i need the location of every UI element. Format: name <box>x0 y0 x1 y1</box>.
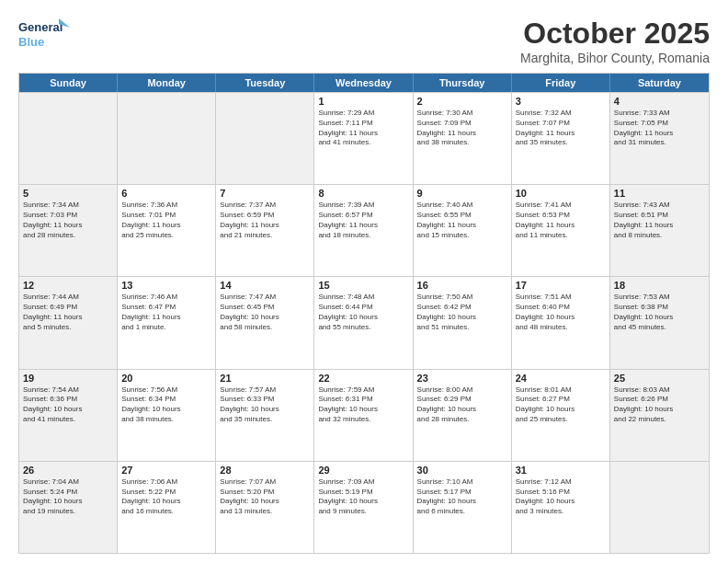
calendar-week-4: 19Sunrise: 7:54 AM Sunset: 6:36 PM Dayli… <box>19 369 709 461</box>
calendar-cell: 19Sunrise: 7:54 AM Sunset: 6:36 PM Dayli… <box>19 370 118 461</box>
location: Marghita, Bihor County, Romania <box>520 51 710 65</box>
calendar-cell: 9Sunrise: 7:40 AM Sunset: 6:55 PM Daylig… <box>414 185 512 276</box>
calendar-week-5: 26Sunrise: 7:04 AM Sunset: 5:24 PM Dayli… <box>19 461 709 553</box>
day-info: Sunrise: 7:53 AM Sunset: 6:38 PM Dayligh… <box>614 293 705 332</box>
calendar-cell: 25Sunrise: 8:03 AM Sunset: 6:26 PM Dayli… <box>610 370 709 461</box>
day-number: 13 <box>121 280 211 291</box>
day-info: Sunrise: 7:12 AM Sunset: 5:16 PM Dayligh… <box>516 477 606 517</box>
month-title: October 2025 <box>520 17 710 51</box>
day-info: Sunrise: 8:01 AM Sunset: 6:27 PM Dayligh… <box>516 385 606 425</box>
day-number: 28 <box>220 465 310 476</box>
calendar-cell: 30Sunrise: 7:10 AM Sunset: 5:17 PM Dayli… <box>414 462 512 553</box>
day-number: 16 <box>417 280 507 291</box>
day-number: 10 <box>516 188 606 199</box>
day-info: Sunrise: 7:30 AM Sunset: 7:09 PM Dayligh… <box>417 109 507 148</box>
calendar-cell: 3Sunrise: 7:32 AM Sunset: 7:07 PM Daylig… <box>512 93 610 184</box>
day-info: Sunrise: 7:07 AM Sunset: 5:20 PM Dayligh… <box>220 477 310 517</box>
day-number: 3 <box>516 96 606 107</box>
day-number: 30 <box>417 465 507 476</box>
calendar-cell: 22Sunrise: 7:59 AM Sunset: 6:31 PM Dayli… <box>314 370 413 461</box>
day-info: Sunrise: 7:06 AM Sunset: 5:22 PM Dayligh… <box>121 477 211 517</box>
calendar-cell: 12Sunrise: 7:44 AM Sunset: 6:49 PM Dayli… <box>19 277 118 368</box>
svg-text:General: General <box>18 20 63 34</box>
calendar-week-3: 12Sunrise: 7:44 AM Sunset: 6:49 PM Dayli… <box>19 276 709 368</box>
calendar-body: 1Sunrise: 7:29 AM Sunset: 7:11 PM Daylig… <box>19 92 709 553</box>
day-number: 4 <box>614 96 705 107</box>
day-number: 14 <box>220 280 310 291</box>
day-number: 17 <box>516 280 606 291</box>
day-number: 31 <box>516 465 606 476</box>
day-number: 25 <box>614 373 705 384</box>
day-info: Sunrise: 7:44 AM Sunset: 6:49 PM Dayligh… <box>23 293 113 332</box>
day-number: 20 <box>121 373 211 384</box>
calendar-cell <box>216 93 314 184</box>
day-info: Sunrise: 7:34 AM Sunset: 7:03 PM Dayligh… <box>23 201 113 240</box>
day-number: 22 <box>318 373 408 384</box>
calendar-header: SundayMondayTuesdayWednesdayThursdayFrid… <box>19 74 709 92</box>
day-number: 8 <box>318 188 408 199</box>
day-number: 23 <box>417 373 507 384</box>
calendar-cell: 7Sunrise: 7:37 AM Sunset: 6:59 PM Daylig… <box>216 185 314 276</box>
day-header-wednesday: Wednesday <box>314 74 413 92</box>
svg-text:Blue: Blue <box>18 35 44 49</box>
day-header-tuesday: Tuesday <box>216 74 314 92</box>
logo-icon: General Blue <box>18 17 74 57</box>
day-info: Sunrise: 7:33 AM Sunset: 7:05 PM Dayligh… <box>614 109 705 148</box>
calendar-cell: 2Sunrise: 7:30 AM Sunset: 7:09 PM Daylig… <box>414 93 512 184</box>
day-info: Sunrise: 7:40 AM Sunset: 6:55 PM Dayligh… <box>417 201 507 240</box>
calendar-cell: 1Sunrise: 7:29 AM Sunset: 7:11 PM Daylig… <box>314 93 413 184</box>
day-number: 15 <box>318 280 408 291</box>
day-info: Sunrise: 8:00 AM Sunset: 6:29 PM Dayligh… <box>417 385 507 425</box>
day-number: 21 <box>220 373 310 384</box>
day-info: Sunrise: 7:41 AM Sunset: 6:53 PM Dayligh… <box>516 201 606 240</box>
calendar-cell: 6Sunrise: 7:36 AM Sunset: 7:01 PM Daylig… <box>118 185 216 276</box>
day-header-monday: Monday <box>118 74 216 92</box>
calendar-cell: 11Sunrise: 7:43 AM Sunset: 6:51 PM Dayli… <box>610 185 709 276</box>
day-info: Sunrise: 7:59 AM Sunset: 6:31 PM Dayligh… <box>318 385 408 425</box>
day-number: 7 <box>220 188 310 199</box>
day-info: Sunrise: 7:48 AM Sunset: 6:44 PM Dayligh… <box>318 293 408 332</box>
day-header-friday: Friday <box>512 74 610 92</box>
day-number: 9 <box>417 188 507 199</box>
calendar-cell: 28Sunrise: 7:07 AM Sunset: 5:20 PM Dayli… <box>216 462 314 553</box>
day-number: 11 <box>614 188 705 199</box>
day-number: 29 <box>318 465 408 476</box>
calendar-cell: 16Sunrise: 7:50 AM Sunset: 6:42 PM Dayli… <box>414 277 512 368</box>
calendar-week-1: 1Sunrise: 7:29 AM Sunset: 7:11 PM Daylig… <box>19 92 709 184</box>
day-info: Sunrise: 7:39 AM Sunset: 6:57 PM Dayligh… <box>318 201 408 240</box>
day-info: Sunrise: 7:43 AM Sunset: 6:51 PM Dayligh… <box>614 201 705 240</box>
calendar-cell: 26Sunrise: 7:04 AM Sunset: 5:24 PM Dayli… <box>19 462 118 553</box>
day-info: Sunrise: 7:57 AM Sunset: 6:33 PM Dayligh… <box>220 385 310 425</box>
page-header: General Blue October 2025 Marghita, Biho… <box>18 17 710 65</box>
day-number: 24 <box>516 373 606 384</box>
calendar-cell: 18Sunrise: 7:53 AM Sunset: 6:38 PM Dayli… <box>610 277 709 368</box>
calendar-cell: 24Sunrise: 8:01 AM Sunset: 6:27 PM Dayli… <box>512 370 610 461</box>
day-header-saturday: Saturday <box>610 74 709 92</box>
day-info: Sunrise: 7:04 AM Sunset: 5:24 PM Dayligh… <box>23 477 113 517</box>
day-info: Sunrise: 7:47 AM Sunset: 6:45 PM Dayligh… <box>220 293 310 332</box>
day-number: 6 <box>121 188 211 199</box>
day-info: Sunrise: 7:10 AM Sunset: 5:17 PM Dayligh… <box>417 477 507 517</box>
day-number: 5 <box>23 188 113 199</box>
calendar-cell: 4Sunrise: 7:33 AM Sunset: 7:05 PM Daylig… <box>610 93 709 184</box>
day-number: 19 <box>23 373 113 384</box>
calendar-week-2: 5Sunrise: 7:34 AM Sunset: 7:03 PM Daylig… <box>19 184 709 276</box>
calendar-cell <box>610 462 709 553</box>
title-block: October 2025 Marghita, Bihor County, Rom… <box>520 17 710 65</box>
day-info: Sunrise: 7:51 AM Sunset: 6:40 PM Dayligh… <box>516 293 606 332</box>
calendar-cell: 8Sunrise: 7:39 AM Sunset: 6:57 PM Daylig… <box>314 185 413 276</box>
day-number: 27 <box>121 465 211 476</box>
calendar: SundayMondayTuesdayWednesdayThursdayFrid… <box>18 73 710 554</box>
calendar-cell: 15Sunrise: 7:48 AM Sunset: 6:44 PM Dayli… <box>314 277 413 368</box>
calendar-cell: 14Sunrise: 7:47 AM Sunset: 6:45 PM Dayli… <box>216 277 314 368</box>
day-info: Sunrise: 7:29 AM Sunset: 7:11 PM Dayligh… <box>318 109 408 148</box>
day-number: 2 <box>417 96 507 107</box>
calendar-cell: 13Sunrise: 7:46 AM Sunset: 6:47 PM Dayli… <box>118 277 216 368</box>
day-info: Sunrise: 7:50 AM Sunset: 6:42 PM Dayligh… <box>417 293 507 332</box>
calendar-cell: 20Sunrise: 7:56 AM Sunset: 6:34 PM Dayli… <box>118 370 216 461</box>
day-info: Sunrise: 7:46 AM Sunset: 6:47 PM Dayligh… <box>121 293 211 332</box>
logo: General Blue <box>18 17 74 57</box>
day-number: 1 <box>318 96 408 107</box>
day-number: 26 <box>23 465 113 476</box>
calendar-cell: 21Sunrise: 7:57 AM Sunset: 6:33 PM Dayli… <box>216 370 314 461</box>
